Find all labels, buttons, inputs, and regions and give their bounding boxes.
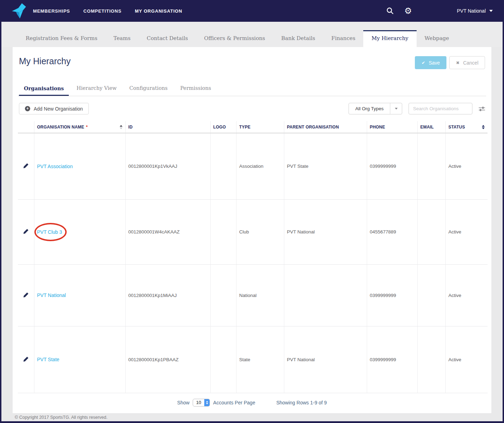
- status-cell: Active: [445, 326, 488, 393]
- tab-finances[interactable]: Finances: [323, 30, 363, 47]
- edit-pencil-icon[interactable]: [23, 163, 29, 168]
- org-type-filter-value: All Org Types: [349, 103, 390, 114]
- table-row: PVT Association 0012800001Kp1VkAAJ Assoc…: [18, 133, 488, 199]
- check-icon: ✔: [422, 60, 425, 65]
- edit-pencil-icon[interactable]: [23, 229, 29, 234]
- edit-cell: [18, 326, 34, 393]
- type-cell: Club: [236, 199, 284, 264]
- column-header-organisation-name[interactable]: ORGANISATION NAME *: [34, 121, 125, 133]
- edit-pencil-icon[interactable]: [23, 292, 29, 298]
- type-cell: National: [236, 264, 284, 326]
- phone-cell: 0399999999: [367, 264, 417, 326]
- id-cell: 0012800001Kp1PBAAZ: [125, 326, 210, 393]
- tab-contact-details[interactable]: Contact Details: [139, 30, 196, 47]
- rows-summary: Showing Rows 1-9 of 9: [276, 400, 327, 405]
- column-header-status[interactable]: STATUS: [445, 121, 488, 133]
- column-header-phone[interactable]: PHONE: [367, 121, 417, 133]
- search-icon[interactable]: [385, 6, 394, 15]
- main-tabstrip: Registration Fees & Forms Teams Contact …: [1, 22, 503, 47]
- table-row: PVT Club 3 0012800001W4cAKAAZ Club PVT N…: [18, 199, 488, 264]
- id-cell: 0012800001W4cAKAAZ: [125, 199, 210, 264]
- header-actions: ✔ Save ✖ Cancel: [415, 56, 485, 69]
- org-switcher-dropdown[interactable]: PVT National: [457, 8, 493, 14]
- email-cell: [417, 326, 445, 393]
- search-organisations-input[interactable]: [409, 103, 472, 114]
- logo-cell: [210, 326, 236, 393]
- per-page-control: Show 10 Accounts Per Page: [177, 399, 255, 407]
- organisation-name-link[interactable]: PVT State: [37, 357, 60, 362]
- chevron-down-icon: [489, 10, 493, 12]
- page-title: My Hierarchy: [19, 56, 71, 66]
- organisation-name-link[interactable]: PVT Association: [37, 164, 73, 169]
- tab-bank-details[interactable]: Bank Details: [273, 30, 323, 47]
- column-label: STATUS: [449, 125, 465, 130]
- org-switcher-label: PVT National: [457, 8, 486, 14]
- logo-cell: [210, 264, 236, 326]
- phone-cell: 0399999999: [367, 326, 417, 393]
- per-page-select[interactable]: 10: [193, 399, 210, 407]
- column-header-parent-organisation[interactable]: PARENT ORGANISATION: [284, 121, 367, 133]
- subtab-permissions[interactable]: Permissions: [175, 82, 216, 96]
- email-cell: [417, 199, 445, 264]
- tab-registration-fees-forms[interactable]: Registration Fees & Forms: [18, 30, 105, 47]
- required-marker: *: [86, 125, 88, 130]
- id-cell: 0012800001Kp1VkAAJ: [125, 133, 210, 199]
- logo-cell: [210, 133, 236, 199]
- organisation-name-link[interactable]: PVT National: [37, 292, 66, 298]
- sort-asc-icon[interactable]: [120, 125, 122, 129]
- pagination-bar: Show 10 Accounts Per Page Showing Rows 1…: [18, 399, 486, 407]
- sort-icon[interactable]: [482, 125, 485, 129]
- table-row: PVT National 0012800001Kp1MiAAJ National…: [18, 264, 488, 326]
- org-type-filter-dropdown[interactable]: All Org Types: [349, 103, 402, 114]
- column-header-type[interactable]: TYPE: [236, 121, 284, 133]
- sportstg-logo-icon[interactable]: [12, 3, 26, 19]
- tab-webpage[interactable]: Webpage: [417, 30, 457, 47]
- subtab-hierarchy-view[interactable]: Hierarchy View: [72, 82, 121, 96]
- tab-my-hierarchy[interactable]: My Hierarchy: [363, 30, 416, 47]
- parent-cell: PVT State: [284, 133, 367, 199]
- edit-cell: [18, 133, 34, 199]
- subtab-configurations[interactable]: Configurations: [124, 82, 172, 96]
- plus-circle-icon: +: [25, 106, 30, 111]
- app-window: MEMBERSHIPS COMPETITIONS MY ORGANISATION…: [0, 0, 504, 423]
- save-button-label: Save: [429, 60, 440, 66]
- page-header: My Hierarchy ✔ Save ✖ Cancel: [18, 47, 486, 69]
- edit-pencil-icon[interactable]: [23, 356, 29, 362]
- nav-item-my-organisation[interactable]: MY ORGANISATION: [135, 8, 182, 14]
- close-icon: ✖: [456, 60, 459, 65]
- sub-tabstrip: Organisations Hierarchy View Configurati…: [18, 82, 486, 96]
- subtab-organisations[interactable]: Organisations: [19, 82, 69, 96]
- parent-cell: PVT National: [284, 199, 367, 264]
- phone-cell: 0455677889: [367, 199, 417, 264]
- column-label: ORGANISATION NAME: [37, 125, 85, 130]
- stepper-icon: [204, 399, 210, 406]
- table-row: PVT State 0012800001Kp1PBAAZ State PVT N…: [18, 326, 488, 393]
- organisation-name-cell: PVT State: [34, 326, 125, 393]
- dropdown-arrow-zone: [390, 103, 402, 114]
- top-navbar: MEMBERSHIPS COMPETITIONS MY ORGANISATION…: [1, 0, 503, 22]
- tab-teams[interactable]: Teams: [105, 30, 139, 47]
- email-cell: [417, 264, 445, 326]
- copyright-text: © Copyright 2017 SportsTG. All rights re…: [15, 415, 107, 420]
- add-new-organisation-button[interactable]: + Add New Organisation: [19, 103, 89, 114]
- tab-officers-permissions[interactable]: Officers & Permissions: [196, 30, 273, 47]
- column-header-edit: [18, 121, 34, 133]
- show-label: Show: [177, 400, 190, 405]
- save-button[interactable]: ✔ Save: [415, 56, 446, 69]
- my-hierarchy-panel: My Hierarchy ✔ Save ✖ Cancel Organisatio…: [13, 47, 491, 413]
- table-header-row: ORGANISATION NAME * ID LOGO TYPE PARENT …: [18, 121, 488, 133]
- organisation-name-link[interactable]: PVT Club 3: [37, 229, 62, 235]
- column-header-logo[interactable]: LOGO: [210, 121, 236, 133]
- advanced-filter-icon[interactable]: [479, 106, 485, 112]
- navbar-right: ⚙ PVT National: [385, 6, 493, 15]
- per-page-label: Accounts Per Page: [213, 400, 255, 405]
- column-header-id[interactable]: ID: [125, 121, 210, 133]
- cancel-button[interactable]: ✖ Cancel: [449, 56, 485, 69]
- column-header-email[interactable]: EMAIL: [417, 121, 445, 133]
- nav-item-memberships[interactable]: MEMBERSHIPS: [33, 8, 70, 14]
- organisation-name-cell: PVT National: [34, 264, 125, 326]
- primary-nav: MEMBERSHIPS COMPETITIONS MY ORGANISATION: [33, 8, 182, 14]
- settings-gear-icon[interactable]: ⚙: [404, 6, 413, 15]
- parent-cell: PVT National: [284, 326, 367, 393]
- nav-item-competitions[interactable]: COMPETITIONS: [84, 8, 122, 14]
